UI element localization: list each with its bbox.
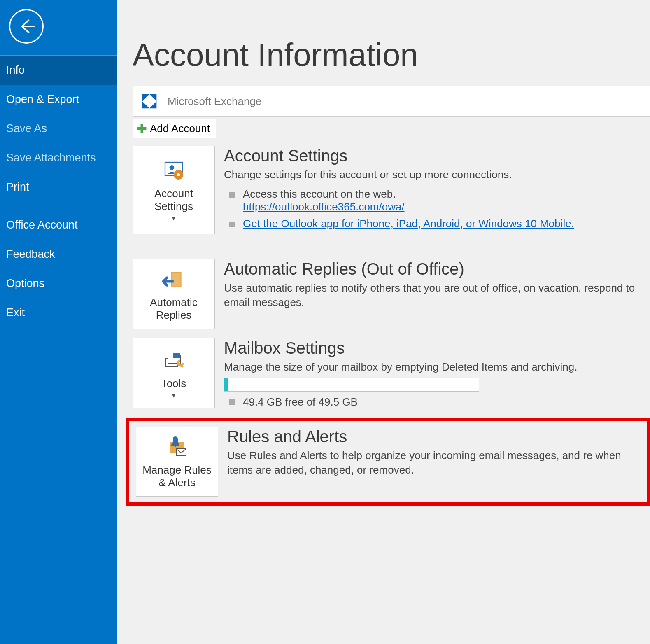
square-bullet-icon	[229, 192, 235, 198]
sidebar-item-save-as[interactable]: Save As	[0, 114, 117, 143]
arrow-left-icon	[17, 17, 35, 35]
square-bullet-icon	[229, 399, 235, 405]
account-settings-desc: Change settings for this account or set …	[224, 168, 650, 182]
account-settings-button[interactable]: Account Settings ▾	[133, 146, 215, 234]
square-bullet-icon	[229, 222, 235, 227]
sidebar-item-save-attachments[interactable]: Save Attachments	[0, 143, 117, 173]
mailbox-settings-desc: Manage the size of your mailbox by empty…	[224, 360, 650, 374]
sidebar-separator	[6, 206, 111, 206]
sidebar-item-exit[interactable]: Exit	[0, 298, 117, 327]
sidebar-list: Info Open & Export Save As Save Attachme…	[0, 55, 117, 327]
sidebar-item-options[interactable]: Options	[0, 269, 117, 298]
manage-rules-alerts-button-label: Manage Rules & Alerts	[138, 464, 216, 489]
back-button[interactable]	[9, 9, 44, 44]
dropdown-caret-icon: ▾	[172, 392, 175, 399]
plus-icon: ✚	[137, 122, 147, 135]
storage-meter	[224, 378, 479, 392]
svg-rect-5	[172, 273, 180, 287]
exchange-icon	[139, 91, 160, 112]
manage-rules-alerts-button[interactable]: Manage Rules & Alerts	[136, 427, 218, 497]
svg-point-3	[177, 173, 180, 176]
automatic-replies-section: Automatic Replies Automatic Replies (Out…	[133, 259, 650, 329]
backstage-sidebar: Info Open & Export Save As Save Attachme…	[0, 0, 117, 644]
add-account-label: Add Account	[150, 122, 210, 135]
sidebar-item-open-export[interactable]: Open & Export	[0, 85, 117, 114]
sidebar-item-print[interactable]: Print	[0, 173, 117, 202]
main-pane: Account Information Microsoft Exchange ✚…	[117, 0, 650, 644]
svg-point-1	[170, 165, 175, 170]
mailbox-settings-heading: Mailbox Settings	[224, 339, 650, 357]
automatic-replies-icon	[162, 268, 185, 291]
automatic-replies-desc: Use automatic replies to notify others t…	[224, 281, 650, 310]
highlight-annotation: Manage Rules & Alerts Rules and Alerts U…	[126, 418, 650, 506]
account-settings-button-label: Account Settings	[135, 187, 213, 213]
svg-rect-8	[173, 353, 180, 358]
tools-button-label: Tools	[161, 377, 186, 390]
rules-alerts-desc: Use Rules and Alerts to help organize yo…	[227, 448, 647, 477]
rules-alerts-heading: Rules and Alerts	[227, 427, 647, 446]
automatic-replies-heading: Automatic Replies (Out of Office)	[224, 260, 650, 278]
account-settings-section: Account Settings ▾ Account Settings Chan…	[133, 146, 650, 234]
account-selector[interactable]: Microsoft Exchange	[133, 86, 650, 117]
automatic-replies-button[interactable]: Automatic Replies	[133, 259, 215, 329]
account-settings-icon	[162, 159, 185, 182]
svg-point-10	[175, 446, 176, 447]
tools-icon	[162, 351, 185, 371]
sidebar-item-feedback[interactable]: Feedback	[0, 240, 117, 269]
account-type-label: Microsoft Exchange	[168, 95, 261, 108]
sidebar-item-office-account[interactable]: Office Account	[0, 210, 117, 240]
sidebar-item-info[interactable]: Info	[0, 56, 117, 85]
outlook-app-link[interactable]: Get the Outlook app for iPhone, iPad, An…	[243, 217, 574, 230]
rules-alerts-icon	[165, 436, 189, 458]
account-settings-heading: Account Settings	[224, 147, 650, 165]
bullet-web-access-text: Access this account on the web.	[243, 188, 405, 201]
page-title: Account Information	[133, 36, 650, 74]
mailbox-settings-section: Tools ▾ Mailbox Settings Manage the size…	[133, 338, 650, 408]
owa-link[interactable]: https://outlook.office365.com/owa/	[243, 201, 405, 213]
rules-alerts-section: Manage Rules & Alerts Rules and Alerts U…	[136, 427, 647, 497]
storage-text: 49.4 GB free of 49.5 GB	[243, 396, 358, 408]
dropdown-caret-icon: ▾	[172, 215, 175, 222]
add-account-button[interactable]: ✚ Add Account	[133, 119, 216, 138]
tools-button[interactable]: Tools ▾	[133, 338, 215, 408]
automatic-replies-button-label: Automatic Replies	[135, 296, 213, 322]
